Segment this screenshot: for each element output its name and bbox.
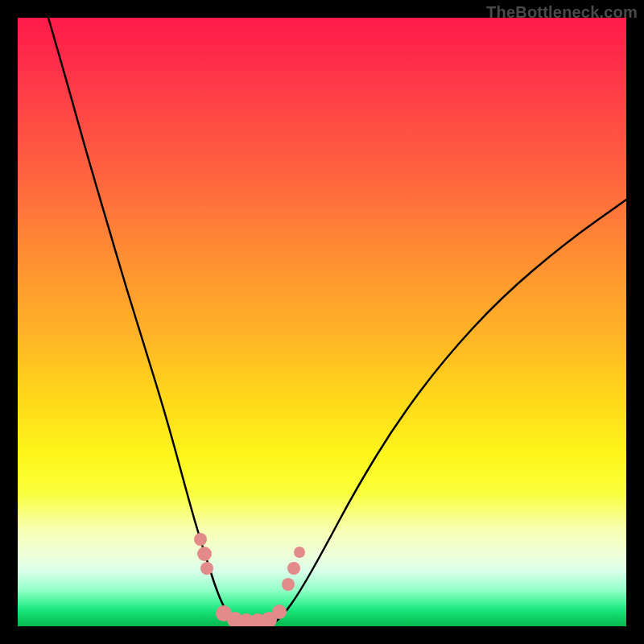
- marker-dot: [287, 562, 300, 575]
- marker-dots-group: [194, 533, 305, 626]
- marker-dot: [194, 533, 207, 546]
- watermark-text: TheBottleneck.com: [486, 3, 638, 22]
- marker-dot: [197, 547, 212, 561]
- outer-frame: TheBottleneck.com: [0, 0, 644, 644]
- marker-dot: [200, 562, 213, 575]
- curve-group: [48, 18, 626, 625]
- plot-area: [18, 18, 626, 626]
- curves-layer: [18, 18, 626, 626]
- marker-dot: [294, 547, 305, 558]
- marker-dot: [282, 578, 295, 591]
- bottleneck-curve: [48, 18, 626, 625]
- marker-dot: [272, 605, 287, 619]
